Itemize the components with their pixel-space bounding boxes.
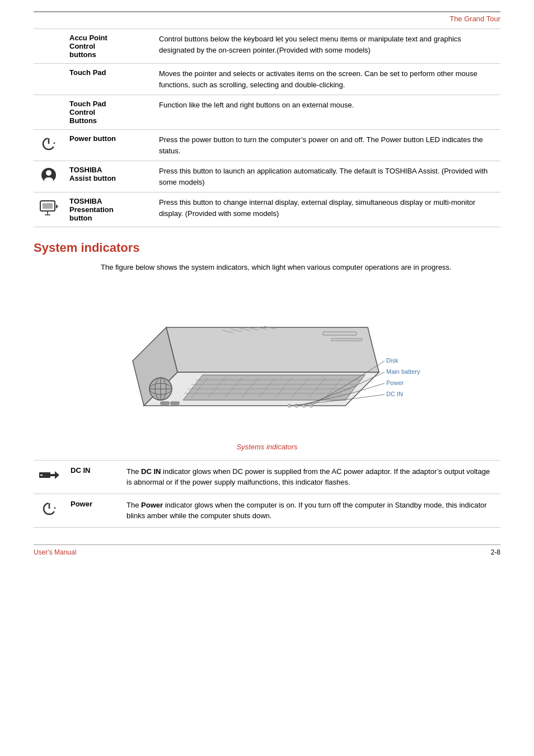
row-description: Function like the left and right buttons… (153, 95, 500, 130)
svg-text:Main battery: Main battery (386, 368, 420, 375)
table-row: TOSHIBAAssist buttonPress this button to… (34, 161, 500, 192)
section-intro: The figure below shows the system indica… (101, 262, 500, 274)
table-row: Accu PointControlbuttonsControl buttons … (34, 29, 500, 64)
svg-rect-32 (161, 402, 169, 405)
row-label: Accu PointControlbuttons (64, 29, 153, 64)
diagram-area: Disk Main battery Power DC IN (34, 283, 500, 439)
svg-rect-33 (171, 402, 179, 405)
dc-icon (39, 467, 59, 483)
header-divider (34, 11, 500, 12)
row-icon-cell (34, 460, 65, 494)
row-label: TOSHIBAPresentationbutton (64, 192, 153, 227)
features-table: Accu PointControlbuttonsControl buttons … (34, 29, 500, 227)
row-label: TOSHIBAAssist button (64, 161, 153, 192)
svg-text:Power: Power (386, 379, 404, 386)
row-label: Touch PadControlButtons (64, 95, 153, 130)
svg-rect-56 (323, 332, 357, 335)
row-label: DC IN (65, 460, 121, 494)
footer-right: 2-8 (491, 548, 500, 556)
row-label: Power button (64, 130, 153, 161)
power-icon (41, 501, 57, 516)
row-description: Press this button to change internal dis… (153, 192, 500, 227)
svg-rect-59 (50, 474, 55, 476)
row-description: Control buttons below the keyboard let y… (153, 29, 500, 64)
diagram-caption: Systems indicators (34, 443, 500, 451)
svg-marker-9 (56, 204, 58, 209)
row-description: Press this button to launch an applicati… (153, 161, 500, 192)
svg-point-4 (44, 177, 53, 183)
row-description: The DC IN indicator glows when DC power … (121, 460, 500, 494)
page: The Grand Tour Accu PointControlbuttonsC… (0, 0, 534, 579)
row-description: Press the power button to turn the compu… (153, 130, 500, 161)
table-row: DC INThe DC IN indicator glows when DC p… (34, 460, 500, 494)
svg-rect-57 (331, 339, 362, 341)
row-icon-cell (34, 64, 64, 95)
row-description: Moves the pointer and selects or activat… (153, 64, 500, 95)
presentation-icon (39, 200, 58, 217)
svg-rect-6 (43, 203, 53, 209)
svg-text:DC IN: DC IN (386, 391, 403, 397)
table-row: Power buttonPress the power button to tu… (34, 130, 500, 161)
footer-left: User's Manual (34, 548, 76, 556)
row-icon-cell (34, 130, 64, 161)
table-row: PowerThe Power indicator glows when the … (34, 494, 500, 527)
row-label: Power (65, 494, 121, 527)
table-row: Touch PadMoves the pointer and selects o… (34, 64, 500, 95)
row-icon-cell (34, 192, 64, 227)
table-row: TOSHIBAPresentationbuttonPress this butt… (34, 192, 500, 227)
page-title: The Grand Tour (449, 15, 500, 23)
footer: User's Manual 2-8 (34, 544, 500, 556)
section-heading: System indicators (34, 241, 500, 255)
row-icon-cell (34, 161, 64, 192)
row-icon-cell (34, 29, 64, 64)
svg-text:Disk: Disk (386, 357, 399, 364)
system-indicators-diagram: Disk Main battery Power DC IN (105, 283, 429, 439)
row-label: Touch Pad (64, 64, 153, 95)
svg-point-3 (46, 170, 51, 176)
row-icon-cell (34, 494, 65, 527)
assist-icon (40, 167, 57, 184)
header-row: The Grand Tour (34, 15, 500, 23)
row-icon-cell (34, 95, 64, 130)
indicators-table: DC INThe DC IN indicator glows when DC p… (34, 460, 500, 528)
power-icon (41, 136, 57, 152)
table-row: Touch PadControlButtonsFunction like the… (34, 95, 500, 130)
svg-rect-61 (40, 475, 43, 476)
svg-marker-60 (55, 471, 59, 479)
row-description: The Power indicator glows when the compu… (121, 494, 500, 527)
